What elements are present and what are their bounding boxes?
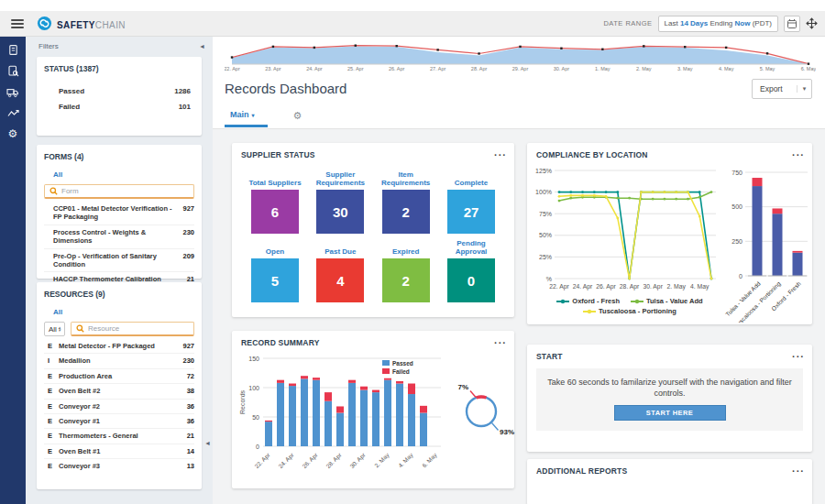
resource-type-letter: E <box>48 462 59 470</box>
legend-item[interactable]: Tulsa - Value Add <box>631 297 703 305</box>
supplier-metric-label: Item Requirements <box>378 163 434 187</box>
resource-count: 13 <box>187 462 194 470</box>
svg-text:100: 100 <box>248 385 259 391</box>
svg-text:7%: 7% <box>457 383 468 391</box>
resources-filter-card: RESOURCES (9) All All ▴▾ EMetal Detector… <box>37 282 202 489</box>
svg-text:%: % <box>546 276 552 282</box>
svg-text:2. May: 2. May <box>636 66 652 71</box>
resource-filter-row[interactable]: EProduction Area72 <box>44 368 194 383</box>
supplier-status-panel: SUPPLIER STATUS ··· Total Suppliers6Supp… <box>232 143 514 317</box>
supplier-metric-tile[interactable]: 0 <box>447 258 495 302</box>
resource-filter-row[interactable]: IMedallion230 <box>44 353 194 367</box>
resources-all-link[interactable]: All <box>53 308 62 316</box>
status-row-label: Passed <box>59 87 84 95</box>
calendar-button[interactable] <box>784 16 800 32</box>
resource-type-dropdown[interactable]: All ▴▾ <box>44 322 65 336</box>
resource-filter-row[interactable]: EMetal Detector - FP Packaged927 <box>44 339 194 353</box>
status-filter-row[interactable]: Failed101 <box>59 99 191 115</box>
supplier-metric-tile[interactable]: 4 <box>316 258 364 302</box>
date-range-field[interactable]: Last 14 Days Ending Now (PDT) <box>658 16 778 32</box>
resource-search-box <box>71 322 194 336</box>
panel-menu-icon[interactable]: ··· <box>792 468 805 475</box>
tab-caret-icon: ▾ <box>252 113 255 118</box>
resource-search-input[interactable] <box>88 324 189 333</box>
resource-filter-row[interactable]: EThermometers - General21 <box>44 428 194 443</box>
resource-label: Conveyor #3 <box>59 462 187 470</box>
panel-menu-icon[interactable]: ··· <box>494 340 507 346</box>
svg-text:0: 0 <box>256 444 259 450</box>
calendar-icon <box>786 18 798 29</box>
forms-nav-icon[interactable] <box>3 43 23 56</box>
start-title: START <box>536 352 563 361</box>
svg-text:3. May: 3. May <box>677 66 693 71</box>
resource-filter-row[interactable]: EConveyor #313 <box>44 458 194 473</box>
forms-filter-card: FORMS (4) All CCP01 - Metal Detector Ver… <box>37 145 202 279</box>
resource-count: 36 <box>187 417 194 425</box>
record-summary-panel: RECORD SUMMARY ··· 150100500Records22. A… <box>232 331 514 488</box>
resource-filter-row[interactable]: EConveyor #136 <box>44 413 194 428</box>
dashboard-settings-icon[interactable]: ⚙ <box>293 110 302 122</box>
svg-text:25%: 25% <box>539 254 552 260</box>
status-card-title: STATUS (1387) <box>37 57 202 76</box>
legend-item[interactable]: Tuscaloosa - Portioning <box>583 307 676 315</box>
svg-text:Passed: Passed <box>392 360 413 367</box>
svg-text:750: 750 <box>732 170 742 176</box>
supplier-metric-tile[interactable]: 2 <box>382 190 430 234</box>
tab-main[interactable]: Main▾ <box>225 110 268 127</box>
resource-filter-row[interactable]: EConveyor #236 <box>44 399 194 413</box>
resource-filter-row[interactable]: EOven Belt #114 <box>44 444 194 458</box>
svg-text:2. May: 2. May <box>373 451 391 469</box>
svg-text:4. May: 4. May <box>690 283 710 290</box>
panel-menu-icon[interactable]: ··· <box>792 354 805 360</box>
supplier-metric-tile[interactable]: 2 <box>382 258 430 302</box>
supplier-metric: Expired2 <box>378 245 434 302</box>
sidebar-collapse-handle[interactable]: ◄ <box>204 440 211 446</box>
supplier-metric-label: Total Suppliers <box>248 163 301 187</box>
settings-gear-nav-icon[interactable]: ⚙ <box>3 127 23 140</box>
dropdown-spinner-icon: ▴▾ <box>58 326 60 333</box>
svg-text:6. May: 6. May <box>421 451 439 469</box>
form-filter-row[interactable]: Process Control - Weights & Dimensions23… <box>44 225 194 248</box>
record-summary-bar-chart: 150100500Records22. Apr24. Apr26. Apr28.… <box>237 347 452 485</box>
svg-text:24. Apr: 24. Apr <box>573 283 593 290</box>
supplier-metric: Past Due4 <box>312 245 368 302</box>
supplier-metric-label: Past Due <box>324 245 356 256</box>
export-button[interactable]: Export ▾ <box>752 79 812 99</box>
forms-all-link[interactable]: All <box>53 170 62 179</box>
form-filter-row[interactable]: Pre-Op - Verification of Sanitary Condit… <box>44 248 194 272</box>
move-icon[interactable] <box>806 17 818 29</box>
panel-menu-icon[interactable]: ··· <box>792 152 805 159</box>
panel-menu-icon[interactable]: ··· <box>494 152 507 159</box>
date-range-days: 14 Days <box>680 19 708 27</box>
main-content: 22. Apr23. Apr24. Apr25. Apr26. Apr27. A… <box>213 37 825 504</box>
supplier-metric-tile[interactable]: 5 <box>251 258 299 302</box>
form-search-input[interactable] <box>61 187 189 195</box>
svg-text:25. Apr: 25. Apr <box>347 66 364 71</box>
supplier-truck-nav-icon[interactable] <box>3 85 23 98</box>
form-filter-row[interactable]: CCP01 - Metal Detector Verification - FP… <box>44 202 194 225</box>
resource-filter-row[interactable]: EOven Belt #238 <box>44 383 194 398</box>
legend-item[interactable]: Oxford - Fresh <box>556 297 620 305</box>
search-icon <box>76 324 84 333</box>
date-range-navigator-chart[interactable]: 22. Apr23. Apr24. Apr25. Apr26. Apr27. A… <box>225 40 816 73</box>
resource-type-dropdown-value: All <box>49 325 57 334</box>
resource-type-letter: E <box>48 342 59 350</box>
status-filter-row[interactable]: Passed1286 <box>59 83 191 99</box>
sidebar-collapse-icon[interactable]: ◄ <box>199 43 205 49</box>
supplier-metric-label: Expired <box>392 245 419 256</box>
supplier-metric-tile[interactable]: 6 <box>251 190 299 234</box>
start-here-button[interactable]: START HERE <box>614 405 726 421</box>
svg-text:2. May: 2. May <box>666 283 686 290</box>
supplier-metric-tile[interactable]: 30 <box>316 190 364 234</box>
analytics-nav-icon[interactable] <box>3 106 23 119</box>
form-count: 209 <box>182 252 194 260</box>
form-label: Pre-Op - Verification of Sanitary Condit… <box>53 252 182 269</box>
svg-text:22. Apr: 22. Apr <box>549 283 569 290</box>
form-count: 230 <box>182 228 194 236</box>
date-range-now: Now <box>735 19 751 27</box>
records-search-nav-icon[interactable] <box>3 64 23 77</box>
supplier-metric-tile[interactable]: 27 <box>447 190 495 234</box>
menu-icon[interactable] <box>11 17 24 30</box>
left-nav-rail: ⚙ <box>0 37 26 504</box>
svg-text:50: 50 <box>252 414 259 421</box>
